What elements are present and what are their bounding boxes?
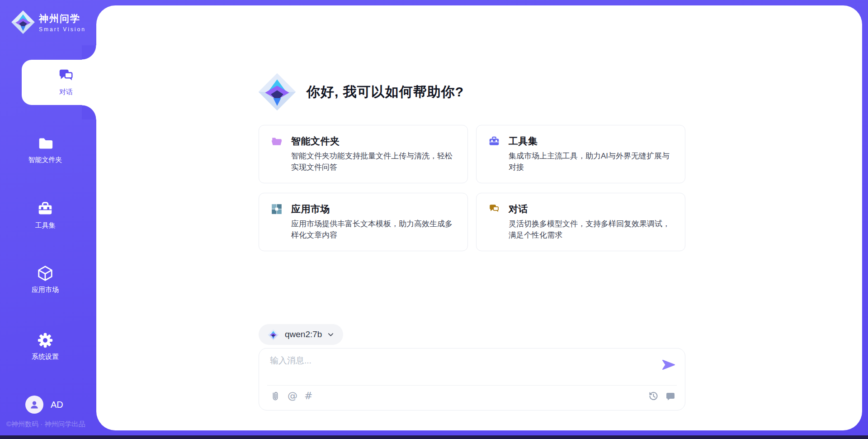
card-header: 智能文件夹	[271, 135, 457, 148]
copyright-text: ©神州数码 · 神州问学出品	[6, 420, 85, 429]
brand-name: 神州问学	[39, 12, 86, 25]
model-selector[interactable]: qwen2:7b	[259, 324, 343, 345]
sidebar-item-label: 对话	[59, 88, 73, 96]
card-description: 应用市场提供丰富长文本模板，助力高效生成多样化文章内容	[291, 219, 457, 241]
paperclip-icon	[270, 391, 281, 401]
user-initials: AD	[51, 400, 63, 410]
brand-diamond-icon	[11, 10, 35, 34]
model-name: qwen2:7b	[285, 329, 322, 339]
send-button[interactable]	[661, 358, 676, 372]
card-title: 工具集	[509, 135, 538, 148]
sidebar-item-label: 系统设置	[32, 353, 59, 361]
greeting-title: 你好, 我可以如何帮助你?	[307, 83, 464, 101]
card-title: 对话	[509, 203, 528, 215]
greeting-logo-icon	[258, 72, 297, 111]
tab-fillet-top	[82, 45, 96, 60]
message-composer: @ #	[259, 348, 685, 410]
message-input[interactable]	[270, 355, 650, 381]
cube-icon	[37, 265, 54, 282]
history-button[interactable]	[648, 391, 659, 401]
attach-file-button[interactable]	[270, 391, 281, 401]
card-description: 灵活切换多模型文件，支持多样回复效果调试，满足个性化需求	[509, 219, 674, 241]
brand-subtitle: Smart Vision	[39, 26, 86, 33]
app-logo[interactable]: 神州问学 Smart Vision	[11, 10, 86, 34]
pixel-cube-icon	[271, 203, 283, 215]
card-title: 应用市场	[291, 203, 330, 215]
toolbox-icon	[37, 200, 54, 218]
hash-icon: #	[304, 391, 312, 401]
chat-icon	[57, 67, 75, 85]
card-description: 集成市场上主流工具，助力AI与外界无缝扩展与对接	[509, 151, 674, 173]
composer-tools-right	[648, 391, 676, 401]
person-icon	[28, 399, 40, 410]
tab-fillet-bottom	[82, 105, 96, 119]
card-chat[interactable]: 对话 灵活切换多模型文件，支持多样回复效果调试，满足个性化需求	[476, 193, 685, 251]
feature-cards: 智能文件夹 智能文件夹功能支持批量文件上传与清洗，轻松实现文件问答 工具集 集成…	[259, 125, 685, 251]
sidebar-item-label: 应用市场	[32, 286, 59, 294]
toolbox-icon	[488, 135, 500, 147]
gear-icon	[37, 332, 54, 349]
folder-icon	[37, 135, 54, 152]
sidebar-item-label: 智能文件夹	[28, 156, 62, 164]
card-description: 智能文件夹功能支持批量文件上传与清洗，轻松实现文件问答	[291, 151, 457, 173]
sidebar-item-label: 工具集	[35, 221, 56, 230]
composer-tools-left: @ #	[270, 391, 312, 401]
history-icon	[648, 391, 659, 401]
chat-bubble-icon	[665, 391, 676, 401]
card-smart-folder[interactable]: 智能文件夹 智能文件夹功能支持批量文件上传与清洗，轻松实现文件问答	[259, 125, 468, 183]
composer-divider	[267, 385, 677, 386]
at-icon: @	[288, 391, 297, 401]
card-header: 应用市场	[271, 203, 457, 215]
user-account[interactable]: AD	[25, 396, 63, 414]
chat-icon	[488, 203, 500, 215]
card-title: 智能文件夹	[291, 135, 340, 148]
window-bottom-edge	[0, 435, 868, 439]
sidebar-item-chat[interactable]: 对话	[22, 60, 110, 105]
card-app-market[interactable]: 应用市场 应用市场提供丰富长文本模板，助力高效生成多样化文章内容	[259, 193, 468, 251]
sidebar-item-smart-folder[interactable]: 智能文件夹	[0, 135, 90, 164]
send-icon	[661, 358, 676, 372]
brand-text: 神州问学 Smart Vision	[39, 12, 86, 33]
greeting: 你好, 我可以如何帮助你?	[258, 72, 464, 111]
mention-button[interactable]: @	[288, 391, 297, 401]
sidebar-item-toolset[interactable]: 工具集	[0, 200, 90, 230]
avatar	[25, 396, 43, 414]
sidebar-item-settings[interactable]: 系统设置	[0, 332, 90, 361]
folder-open-icon	[271, 135, 283, 147]
card-toolset[interactable]: 工具集 集成市场上主流工具，助力AI与外界无缝扩展与对接	[476, 125, 685, 183]
chat-bubble-button[interactable]	[665, 391, 676, 401]
sidebar-item-app-market[interactable]: 应用市场	[0, 265, 90, 294]
topic-button[interactable]: #	[304, 391, 312, 401]
chevron-down-icon	[327, 331, 334, 338]
card-header: 对话	[488, 203, 674, 215]
model-logo-icon	[268, 329, 279, 340]
card-header: 工具集	[488, 135, 674, 148]
